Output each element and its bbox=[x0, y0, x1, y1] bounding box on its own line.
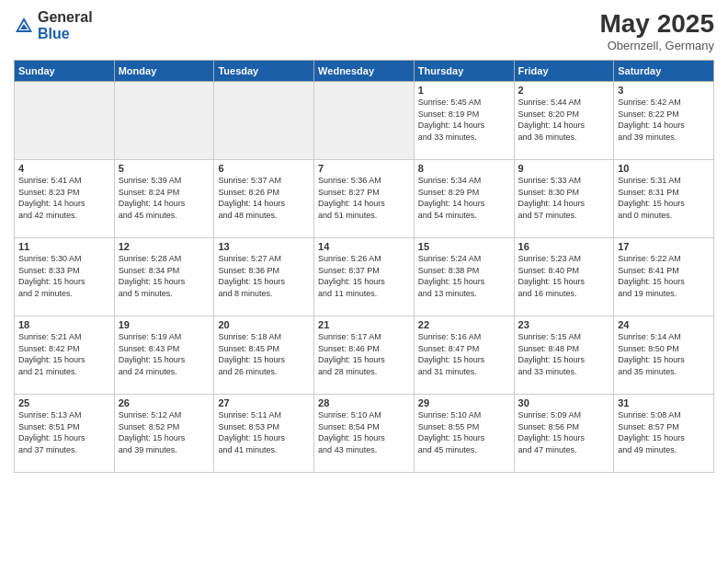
calendar-cell-w3-d4: 15Sunrise: 5:24 AM Sunset: 8:38 PM Dayli… bbox=[414, 238, 514, 316]
page: General Blue May 2025 Obernzell, Germany… bbox=[0, 0, 728, 563]
calendar-week-1: 1Sunrise: 5:45 AM Sunset: 8:19 PM Daylig… bbox=[15, 82, 714, 160]
calendar-cell-w4-d6: 24Sunrise: 5:14 AM Sunset: 8:50 PM Dayli… bbox=[614, 316, 714, 395]
col-header-monday: Monday bbox=[114, 61, 214, 82]
day-info: Sunrise: 5:41 AM Sunset: 8:23 PM Dayligh… bbox=[18, 175, 110, 221]
calendar-week-4: 18Sunrise: 5:21 AM Sunset: 8:42 PM Dayli… bbox=[15, 316, 714, 395]
calendar-cell-w3-d3: 14Sunrise: 5:26 AM Sunset: 8:37 PM Dayli… bbox=[314, 238, 415, 316]
col-header-wednesday: Wednesday bbox=[314, 61, 415, 82]
day-info: Sunrise: 5:08 AM Sunset: 8:57 PM Dayligh… bbox=[618, 409, 710, 455]
calendar-cell-w2-d4: 8Sunrise: 5:34 AM Sunset: 8:29 PM Daylig… bbox=[414, 160, 514, 238]
calendar-cell-w5-d5: 30Sunrise: 5:09 AM Sunset: 8:56 PM Dayli… bbox=[514, 395, 614, 473]
day-number: 2 bbox=[518, 85, 610, 96]
calendar-cell-w3-d0: 11Sunrise: 5:30 AM Sunset: 8:33 PM Dayli… bbox=[15, 238, 115, 316]
day-number: 7 bbox=[318, 163, 410, 174]
day-number: 16 bbox=[518, 241, 610, 252]
day-number: 25 bbox=[18, 397, 110, 408]
title-block: May 2025 Obernzell, Germany bbox=[599, 9, 714, 52]
day-info: Sunrise: 5:33 AM Sunset: 8:30 PM Dayligh… bbox=[518, 175, 610, 221]
month-year-title: May 2025 bbox=[599, 9, 714, 39]
day-info: Sunrise: 5:18 AM Sunset: 8:45 PM Dayligh… bbox=[218, 331, 310, 377]
day-number: 17 bbox=[618, 241, 710, 252]
day-number: 8 bbox=[418, 163, 510, 174]
calendar-cell-w4-d3: 21Sunrise: 5:17 AM Sunset: 8:46 PM Dayli… bbox=[314, 316, 415, 395]
logo-blue-text: Blue bbox=[38, 26, 70, 41]
day-number: 4 bbox=[18, 163, 110, 174]
day-info: Sunrise: 5:30 AM Sunset: 8:33 PM Dayligh… bbox=[18, 253, 110, 299]
day-number: 1 bbox=[418, 85, 510, 96]
day-info: Sunrise: 5:39 AM Sunset: 8:24 PM Dayligh… bbox=[119, 175, 210, 221]
calendar-cell-w4-d0: 18Sunrise: 5:21 AM Sunset: 8:42 PM Dayli… bbox=[15, 316, 115, 395]
calendar-cell-w2-d2: 6Sunrise: 5:37 AM Sunset: 8:26 PM Daylig… bbox=[214, 160, 314, 238]
day-info: Sunrise: 5:22 AM Sunset: 8:41 PM Dayligh… bbox=[618, 253, 710, 299]
day-info: Sunrise: 5:17 AM Sunset: 8:46 PM Dayligh… bbox=[318, 331, 410, 377]
day-number: 21 bbox=[318, 319, 410, 330]
day-info: Sunrise: 5:28 AM Sunset: 8:34 PM Dayligh… bbox=[119, 253, 210, 299]
header: General Blue May 2025 Obernzell, Germany bbox=[14, 9, 714, 52]
calendar-week-2: 4Sunrise: 5:41 AM Sunset: 8:23 PM Daylig… bbox=[15, 160, 714, 238]
calendar-cell-w4-d5: 23Sunrise: 5:15 AM Sunset: 8:48 PM Dayli… bbox=[514, 316, 614, 395]
calendar-cell-w1-d1 bbox=[114, 82, 214, 160]
day-info: Sunrise: 5:26 AM Sunset: 8:37 PM Dayligh… bbox=[318, 253, 410, 299]
day-info: Sunrise: 5:45 AM Sunset: 8:19 PM Dayligh… bbox=[418, 97, 510, 143]
calendar-cell-w3-d5: 16Sunrise: 5:23 AM Sunset: 8:40 PM Dayli… bbox=[514, 238, 614, 316]
calendar-cell-w3-d2: 13Sunrise: 5:27 AM Sunset: 8:36 PM Dayli… bbox=[214, 238, 314, 316]
day-number: 23 bbox=[518, 319, 610, 330]
col-header-tuesday: Tuesday bbox=[214, 61, 314, 82]
day-info: Sunrise: 5:09 AM Sunset: 8:56 PM Dayligh… bbox=[518, 409, 610, 455]
day-info: Sunrise: 5:16 AM Sunset: 8:47 PM Dayligh… bbox=[418, 331, 510, 377]
day-info: Sunrise: 5:36 AM Sunset: 8:27 PM Dayligh… bbox=[318, 175, 410, 221]
day-number: 24 bbox=[618, 319, 710, 330]
day-info: Sunrise: 5:10 AM Sunset: 8:55 PM Dayligh… bbox=[418, 409, 510, 455]
day-info: Sunrise: 5:11 AM Sunset: 8:53 PM Dayligh… bbox=[218, 409, 310, 455]
col-header-sunday: Sunday bbox=[15, 61, 115, 82]
location-subtitle: Obernzell, Germany bbox=[599, 39, 714, 52]
day-number: 13 bbox=[218, 241, 310, 252]
calendar-cell-w1-d5: 2Sunrise: 5:44 AM Sunset: 8:20 PM Daylig… bbox=[514, 82, 614, 160]
calendar-cell-w1-d6: 3Sunrise: 5:42 AM Sunset: 8:22 PM Daylig… bbox=[614, 82, 714, 160]
calendar-cell-w1-d4: 1Sunrise: 5:45 AM Sunset: 8:19 PM Daylig… bbox=[414, 82, 514, 160]
col-header-saturday: Saturday bbox=[614, 61, 714, 82]
calendar-cell-w2-d5: 9Sunrise: 5:33 AM Sunset: 8:30 PM Daylig… bbox=[514, 160, 614, 238]
calendar-cell-w3-d1: 12Sunrise: 5:28 AM Sunset: 8:34 PM Dayli… bbox=[114, 238, 214, 316]
calendar-table: Sunday Monday Tuesday Wednesday Thursday… bbox=[14, 60, 714, 473]
col-header-friday: Friday bbox=[514, 61, 614, 82]
day-info: Sunrise: 5:12 AM Sunset: 8:52 PM Dayligh… bbox=[119, 409, 210, 455]
calendar-cell-w2-d3: 7Sunrise: 5:36 AM Sunset: 8:27 PM Daylig… bbox=[314, 160, 415, 238]
calendar-cell-w4-d1: 19Sunrise: 5:19 AM Sunset: 8:43 PM Dayli… bbox=[114, 316, 214, 395]
day-info: Sunrise: 5:31 AM Sunset: 8:31 PM Dayligh… bbox=[618, 175, 710, 221]
logo: General Blue bbox=[14, 9, 93, 41]
day-number: 3 bbox=[618, 85, 710, 96]
day-info: Sunrise: 5:15 AM Sunset: 8:48 PM Dayligh… bbox=[518, 331, 610, 377]
calendar-cell-w1-d3 bbox=[314, 82, 415, 160]
calendar-cell-w5-d3: 28Sunrise: 5:10 AM Sunset: 8:54 PM Dayli… bbox=[314, 395, 415, 473]
calendar-header-row: Sunday Monday Tuesday Wednesday Thursday… bbox=[15, 61, 714, 82]
day-number: 18 bbox=[18, 319, 110, 330]
day-number: 20 bbox=[218, 319, 310, 330]
col-header-thursday: Thursday bbox=[414, 61, 514, 82]
calendar-cell-w1-d2 bbox=[214, 82, 314, 160]
calendar-cell-w5-d6: 31Sunrise: 5:08 AM Sunset: 8:57 PM Dayli… bbox=[614, 395, 714, 473]
day-number: 30 bbox=[518, 397, 610, 408]
day-number: 26 bbox=[119, 397, 210, 408]
day-info: Sunrise: 5:27 AM Sunset: 8:36 PM Dayligh… bbox=[218, 253, 310, 299]
calendar-cell-w3-d6: 17Sunrise: 5:22 AM Sunset: 8:41 PM Dayli… bbox=[614, 238, 714, 316]
logo-text: General Blue bbox=[38, 9, 93, 41]
calendar-cell-w5-d2: 27Sunrise: 5:11 AM Sunset: 8:53 PM Dayli… bbox=[214, 395, 314, 473]
calendar-cell-w5-d0: 25Sunrise: 5:13 AM Sunset: 8:51 PM Dayli… bbox=[15, 395, 115, 473]
day-info: Sunrise: 5:24 AM Sunset: 8:38 PM Dayligh… bbox=[418, 253, 510, 299]
day-info: Sunrise: 5:44 AM Sunset: 8:20 PM Dayligh… bbox=[518, 97, 610, 143]
calendar-cell-w2-d1: 5Sunrise: 5:39 AM Sunset: 8:24 PM Daylig… bbox=[114, 160, 214, 238]
day-info: Sunrise: 5:13 AM Sunset: 8:51 PM Dayligh… bbox=[18, 409, 110, 455]
day-number: 12 bbox=[119, 241, 210, 252]
day-info: Sunrise: 5:34 AM Sunset: 8:29 PM Dayligh… bbox=[418, 175, 510, 221]
calendar-cell-w5-d1: 26Sunrise: 5:12 AM Sunset: 8:52 PM Dayli… bbox=[114, 395, 214, 473]
calendar-week-5: 25Sunrise: 5:13 AM Sunset: 8:51 PM Dayli… bbox=[15, 395, 714, 473]
day-info: Sunrise: 5:10 AM Sunset: 8:54 PM Dayligh… bbox=[318, 409, 410, 455]
day-number: 11 bbox=[18, 241, 110, 252]
calendar-cell-w5-d4: 29Sunrise: 5:10 AM Sunset: 8:55 PM Dayli… bbox=[414, 395, 514, 473]
calendar-cell-w2-d6: 10Sunrise: 5:31 AM Sunset: 8:31 PM Dayli… bbox=[614, 160, 714, 238]
calendar-week-3: 11Sunrise: 5:30 AM Sunset: 8:33 PM Dayli… bbox=[15, 238, 714, 316]
day-info: Sunrise: 5:21 AM Sunset: 8:42 PM Dayligh… bbox=[18, 331, 110, 377]
calendar-cell-w4-d2: 20Sunrise: 5:18 AM Sunset: 8:45 PM Dayli… bbox=[214, 316, 314, 395]
day-number: 14 bbox=[318, 241, 410, 252]
